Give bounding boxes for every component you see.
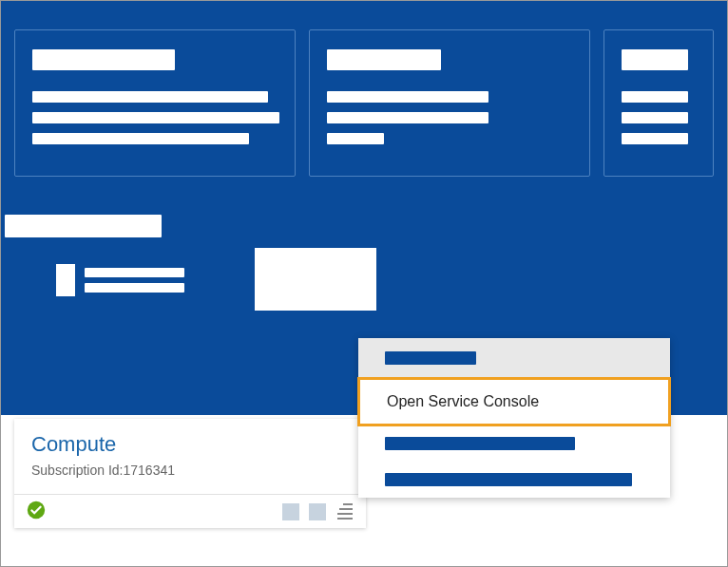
item-text-placeholder: [85, 268, 184, 293]
footer-action-placeholder[interactable]: [282, 503, 299, 520]
info-card[interactable]: [603, 29, 714, 177]
footer-actions: [282, 501, 354, 521]
subscription-id: 1716341: [124, 463, 176, 478]
mid-row: [14, 215, 714, 311]
menu-item-placeholder[interactable]: [358, 425, 670, 462]
card-line-placeholder: [622, 91, 688, 103]
service-title: Compute: [31, 432, 349, 457]
menu-item-placeholder[interactable]: [358, 462, 670, 498]
service-footer: [14, 494, 366, 528]
mid-center-block: [255, 248, 376, 311]
status-ok-icon: [26, 500, 47, 524]
cards-row: [14, 29, 714, 177]
card-title-placeholder: [622, 49, 688, 70]
card-line-placeholder: [327, 91, 489, 103]
service-card-compute[interactable]: Compute Subscription Id:1716341: [14, 419, 366, 528]
card-line-placeholder: [32, 91, 268, 103]
menu-icon[interactable]: [335, 501, 354, 521]
card-line-placeholder: [622, 112, 688, 123]
card-line-placeholder: [32, 112, 279, 123]
card-line-placeholder: [327, 112, 489, 123]
mid-left-block: [14, 215, 184, 311]
item-icon-placeholder: [56, 264, 75, 296]
menu-header-placeholder: [385, 351, 476, 365]
context-menu-header: [358, 338, 670, 378]
section-title-placeholder: [5, 215, 162, 237]
service-subscription: Subscription Id:1716341: [31, 463, 349, 478]
context-menu: Open Service Console: [358, 338, 670, 498]
center-visual-placeholder: [255, 248, 376, 311]
footer-action-placeholder[interactable]: [309, 503, 326, 520]
card-title-placeholder: [327, 49, 441, 70]
menu-item-open-service-console[interactable]: Open Service Console: [357, 377, 671, 426]
card-line-placeholder: [622, 133, 688, 144]
card-line-placeholder: [327, 133, 384, 144]
subscription-label: Subscription Id:: [31, 463, 124, 478]
info-card[interactable]: [309, 29, 590, 177]
card-title-placeholder: [32, 49, 175, 70]
info-card[interactable]: [14, 29, 296, 177]
mid-item[interactable]: [56, 264, 184, 296]
card-line-placeholder: [32, 133, 249, 144]
